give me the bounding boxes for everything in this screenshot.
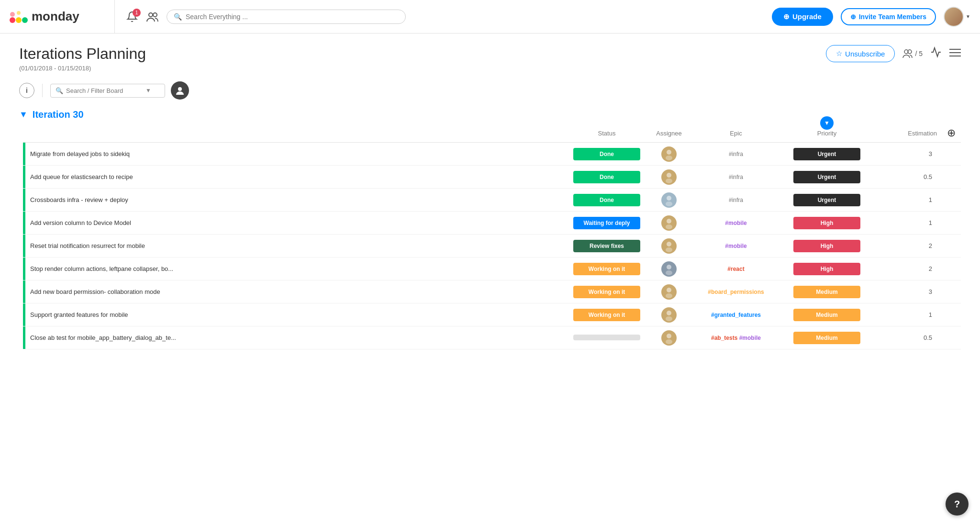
priority-cell[interactable]: High	[779, 217, 875, 229]
page-actions: ☆ Unsubscribe / 5	[826, 45, 961, 62]
status-badge-empty[interactable]	[573, 335, 640, 340]
notifications-button[interactable]: 1	[126, 11, 138, 22]
task-name: Add new board permission- collaboration …	[30, 288, 164, 295]
add-task-button[interactable]: ⊕	[947, 127, 956, 139]
priority-cell[interactable]: Urgent	[779, 171, 875, 183]
table-row[interactable]: Add version column to Device ModelWaitin…	[23, 212, 961, 235]
task-name-cell: Add queue for elasticsearch to recipe	[30, 173, 568, 180]
priority-cell[interactable]: Medium	[779, 332, 875, 344]
status-badge[interactable]: Done	[573, 171, 640, 183]
upgrade-icon: ⊕	[783, 12, 790, 21]
priority-badge[interactable]: Urgent	[793, 194, 860, 206]
invite-button[interactable]: ⊕ Invite Team Members	[841, 8, 936, 25]
team-button[interactable]	[146, 11, 159, 22]
svg-point-3	[10, 12, 15, 17]
status-cell[interactable]: Working on it	[568, 263, 645, 275]
svg-point-14	[666, 156, 672, 160]
epic-cell: #mobile	[693, 220, 779, 226]
status-badge[interactable]: Done	[573, 148, 640, 160]
user-avatar[interactable]	[944, 7, 964, 27]
priority-badge[interactable]: High	[793, 263, 860, 275]
assignee-avatar	[661, 307, 677, 323]
priority-dropdown-indicator[interactable]: ▼	[820, 116, 834, 130]
priority-cell[interactable]: Medium	[779, 286, 875, 298]
task-name: Migrate from delayed jobs to sidekiq	[30, 150, 134, 157]
iteration-toggle-button[interactable]: ▼	[19, 110, 28, 120]
svg-point-19	[667, 219, 671, 224]
col-header-add: ⊕	[942, 127, 961, 139]
column-headers: Status Assignee Epic ▼ Priority Estimati…	[23, 124, 961, 143]
table-row[interactable]: Crossboards infra - review + deployDone#…	[23, 189, 961, 212]
priority-badge[interactable]: Medium	[793, 309, 860, 321]
svg-point-17	[667, 196, 671, 201]
person-filter-button[interactable]	[171, 81, 189, 100]
status-cell[interactable]: Done	[568, 171, 645, 183]
logo-area: monday	[10, 0, 115, 33]
info-button[interactable]: i	[19, 83, 34, 98]
table-row[interactable]: Add new board permission- collaboration …	[23, 280, 961, 303]
priority-badge[interactable]: High	[793, 217, 860, 229]
unsubscribe-button[interactable]: ☆ Unsubscribe	[826, 45, 895, 62]
notification-badge: 1	[133, 9, 141, 17]
task-name: Support granted features for mobile	[30, 311, 132, 318]
page-title: Iterations Planning	[19, 45, 146, 63]
status-cell[interactable]: Working on it	[568, 286, 645, 298]
table-row[interactable]: Reset trial notification resurrect for m…	[23, 235, 961, 258]
status-badge[interactable]: Review fixes	[573, 240, 640, 252]
upgrade-button[interactable]: ⊕ Upgrade	[772, 8, 833, 26]
svg-point-22	[666, 247, 672, 252]
row-color-bar	[23, 143, 25, 165]
search-input[interactable]	[186, 13, 399, 21]
priority-cell[interactable]: Medium	[779, 309, 875, 321]
col-header-assignee: Assignee	[645, 130, 693, 137]
row-color-bar	[23, 189, 25, 211]
status-cell[interactable]	[568, 334, 645, 342]
filter-input[interactable]	[66, 87, 143, 94]
status-cell[interactable]: Done	[568, 194, 645, 206]
estimation-cell: 1	[875, 219, 942, 226]
page-title-area: Iterations Planning (01/01/2018 - 01/15/…	[19, 45, 146, 72]
priority-badge[interactable]: Medium	[793, 332, 860, 344]
status-cell[interactable]: Working on it	[568, 309, 645, 321]
col-header-epic: Epic	[693, 130, 779, 137]
epic-cell: #infra	[693, 197, 779, 203]
table-row[interactable]: Migrate from delayed jobs to sidekiqDone…	[23, 143, 961, 166]
estimation-cell: 1	[875, 196, 942, 203]
task-name-cell: Crossboards infra - review + deploy	[30, 196, 568, 203]
assignee-cell	[645, 215, 693, 231]
table-row[interactable]: Stop render column actions, leftpane col…	[23, 258, 961, 280]
menu-button[interactable]	[949, 47, 961, 60]
svg-point-24	[666, 270, 672, 275]
svg-point-13	[667, 150, 671, 155]
status-cell[interactable]: Done	[568, 148, 645, 160]
table-row[interactable]: Close ab test for mobile_app_battery_dia…	[23, 326, 961, 349]
priority-cell[interactable]: Urgent	[779, 194, 875, 206]
priority-badge[interactable]: Urgent	[793, 148, 860, 160]
status-badge[interactable]: Waiting for deply	[573, 217, 640, 229]
global-search[interactable]: 🔍	[167, 10, 406, 24]
status-badge[interactable]: Working on it	[573, 309, 640, 321]
priority-badge[interactable]: Medium	[793, 286, 860, 298]
task-name: Add queue for elasticsearch to recipe	[30, 173, 137, 180]
task-name-cell: Support granted features for mobile	[30, 311, 568, 318]
priority-cell[interactable]: High	[779, 263, 875, 275]
priority-badge[interactable]: High	[793, 240, 860, 252]
brand-name: monday	[32, 9, 79, 24]
status-badge[interactable]: Working on it	[573, 286, 640, 298]
status-cell[interactable]: Review fixes	[568, 240, 645, 252]
filter-dropdown-button[interactable]: ▼	[145, 87, 151, 94]
svg-point-26	[666, 293, 672, 298]
task-rows-container: Migrate from delayed jobs to sidekiqDone…	[19, 143, 961, 349]
priority-cell[interactable]: High	[779, 240, 875, 252]
activity-button[interactable]	[930, 46, 942, 61]
status-cell[interactable]: Waiting for deply	[568, 217, 645, 229]
estimation-cell: 2	[875, 242, 942, 249]
status-badge[interactable]: Working on it	[573, 263, 640, 275]
priority-cell[interactable]: Urgent	[779, 148, 875, 160]
priority-badge[interactable]: Urgent	[793, 171, 860, 183]
search-icon: 🔍	[174, 13, 182, 21]
table-row[interactable]: Add queue for elasticsearch to recipeDon…	[23, 166, 961, 189]
filter-search[interactable]: 🔍 ▼	[50, 84, 165, 98]
status-badge[interactable]: Done	[573, 194, 640, 206]
table-row[interactable]: Support granted features for mobileWorki…	[23, 303, 961, 326]
